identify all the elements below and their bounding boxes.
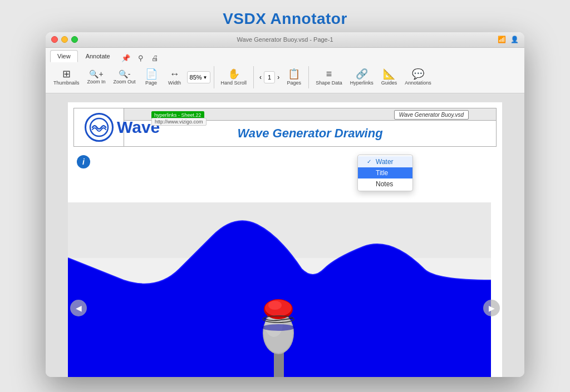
- wifi-icon: 📶: [498, 36, 506, 43]
- user-icon: 👤: [510, 36, 519, 43]
- thumbnails-button[interactable]: ⊞ Thumbnails: [50, 68, 83, 87]
- nav-arrow-right[interactable]: ▶: [483, 300, 500, 316]
- left-arrow-icon: ◀: [76, 304, 82, 312]
- zoom-in-button[interactable]: 🔍+ Zoom In: [84, 69, 109, 86]
- guides-button[interactable]: 📐 Guides: [378, 68, 401, 87]
- dropdown-menu: ✓ Water Title Notes: [357, 155, 413, 191]
- annotations-label: Annotations: [405, 80, 431, 86]
- shape-data-button[interactable]: ≡ Shape Data: [312, 68, 346, 87]
- title-label: Title: [376, 169, 388, 177]
- pin-icon[interactable]: 📌: [118, 54, 134, 62]
- page-nav: ‹ 1 ›: [257, 71, 282, 83]
- separator-2: [253, 66, 254, 88]
- nav-arrow-left[interactable]: ◀: [70, 300, 87, 316]
- document-canvas: hyperlinks - Sheet.22 http://www.vizigo.…: [68, 102, 502, 377]
- guides-label: Guides: [381, 80, 397, 86]
- width-label: Width: [168, 80, 181, 86]
- check-icon: ✓: [367, 158, 374, 165]
- hyperlinks-button[interactable]: 🔗 Hyperlinks: [347, 68, 377, 87]
- page-icon: 📄: [145, 69, 158, 79]
- print-icon[interactable]: 🖨: [148, 54, 162, 62]
- tab-view[interactable]: View: [50, 50, 78, 62]
- screenshot-icon[interactable]: ⚲: [135, 54, 147, 62]
- zoom-value: 85%: [190, 74, 202, 81]
- right-arrow-icon: ▶: [489, 304, 495, 312]
- zoom-out-label: Zoom Out: [114, 79, 136, 85]
- separator-1: [214, 66, 214, 88]
- canvas-area: ✓ Water Title Notes hyperlinks - Sheet.2…: [46, 93, 524, 377]
- minimize-button[interactable]: [61, 36, 68, 43]
- tooltip-url: http://www.vizigo.com: [151, 118, 207, 126]
- pages-label: Pages: [287, 80, 301, 86]
- file-label: Wave Generator Buoy.vsd: [394, 110, 469, 120]
- close-button[interactable]: [51, 36, 58, 43]
- app-title: VSDX Annotator: [223, 10, 347, 28]
- zoom-in-icon: 🔍+: [89, 70, 103, 78]
- prev-page-button[interactable]: ‹: [259, 73, 262, 81]
- zoom-control[interactable]: 85% ▼: [187, 71, 210, 83]
- annotations-button[interactable]: 💬 Annotations: [401, 68, 435, 87]
- pages-button[interactable]: 📋 Pages: [283, 68, 305, 87]
- title-bar-controls: 📶 👤: [498, 36, 519, 43]
- thumbnails-label: Thumbnails: [53, 80, 80, 86]
- shape-data-label: Shape Data: [316, 80, 342, 86]
- annotations-icon: 💬: [412, 69, 424, 79]
- separator-3: [308, 66, 309, 88]
- zoom-in-label: Zoom In: [87, 79, 106, 85]
- water-label: Water: [376, 158, 394, 166]
- page-number: 1: [268, 74, 271, 81]
- info-icon[interactable]: i: [77, 155, 90, 168]
- dropdown-title[interactable]: Title: [358, 167, 412, 178]
- zoom-dropdown-icon[interactable]: ▼: [203, 75, 208, 80]
- zoom-out-button[interactable]: 🔍- Zoom Out: [110, 69, 139, 86]
- width-button[interactable]: ↔ Width: [164, 68, 186, 87]
- wave-illustration: ◀ ▶: [68, 202, 502, 377]
- toolbar-buttons: ⊞ Thumbnails 🔍+ Zoom In 🔍- Zoom Out 📄 Pa…: [46, 62, 524, 93]
- svg-point-11: [268, 301, 282, 310]
- svg-point-13: [262, 324, 295, 331]
- traffic-lights: [51, 36, 78, 43]
- hand-scroll-label: Hand Scroll: [221, 80, 247, 86]
- width-icon: ↔: [170, 69, 180, 79]
- logo-circle: [85, 113, 114, 142]
- dropdown-notes[interactable]: Notes: [358, 178, 412, 190]
- hyperlinks-icon: 🔗: [356, 69, 368, 79]
- hand-scroll-button[interactable]: ✋ Hand Scroll: [218, 68, 250, 87]
- pages-icon: 📋: [288, 69, 300, 79]
- thumbnails-icon: ⊞: [62, 69, 71, 79]
- dropdown-water[interactable]: ✓ Water: [358, 156, 412, 167]
- title-bar: Wave Generator Buoy.vsd - Page-1 📶 👤: [46, 32, 524, 48]
- hand-scroll-icon: ✋: [228, 69, 240, 79]
- maximize-button[interactable]: [71, 36, 78, 43]
- next-page-button[interactable]: ›: [277, 73, 279, 81]
- logo-section: Wave: [74, 108, 124, 146]
- app-window: Wave Generator Buoy.vsd - Page-1 📶 👤 Vie…: [46, 32, 524, 377]
- zoom-out-icon: 🔍-: [119, 70, 131, 78]
- wave-logo-svg: [89, 117, 109, 137]
- notes-label: Notes: [376, 180, 393, 188]
- page-button[interactable]: 📄 Page: [140, 68, 163, 87]
- guides-icon: 📐: [383, 69, 395, 79]
- toolbar-tabs: View Annotate 📌 ⚲ 🖨: [46, 48, 524, 62]
- page-label: Page: [145, 80, 157, 86]
- window-title: Wave Generator Buoy.vsd - Page-1: [237, 36, 333, 43]
- page-input[interactable]: 1: [264, 71, 275, 83]
- tab-annotate[interactable]: Annotate: [79, 50, 117, 62]
- hyperlinks-label: Hyperlinks: [350, 80, 374, 86]
- wave-svg: [68, 202, 491, 377]
- shape-data-icon: ≡: [326, 69, 332, 79]
